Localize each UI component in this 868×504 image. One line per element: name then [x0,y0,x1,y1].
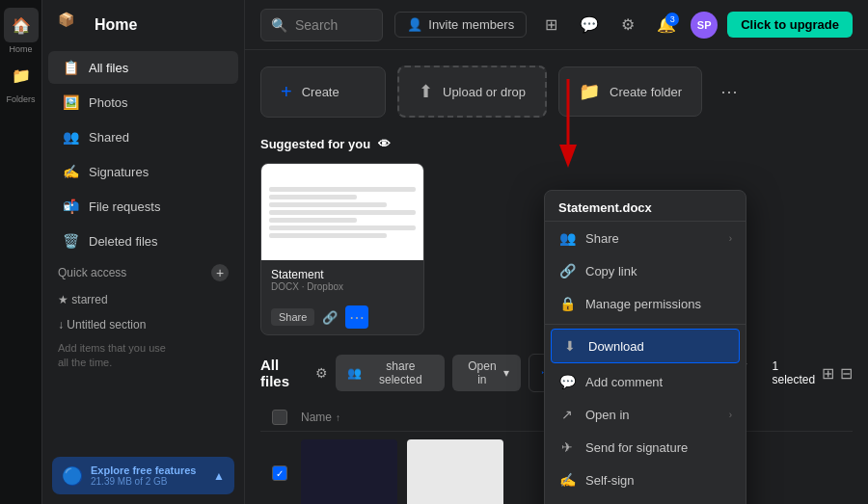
create-card[interactable]: + Create [260,66,386,118]
chat-icon[interactable]: 💬 [575,11,604,40]
suggested-label: Suggested for you [260,137,370,151]
sidebar-item-home[interactable]: 🏠 [4,8,39,42]
notifications-icon[interactable]: 🔔 3 [652,11,681,40]
starred-section[interactable]: ★ starred [42,287,244,312]
search-input[interactable] [295,17,372,33]
create-icon: + [281,81,292,103]
sidebar-item-photos[interactable]: 🖼️ Photos [48,86,238,119]
starred-label: ★ starred [58,293,108,306]
file-thumbnail-dark [301,439,397,504]
shared-label: Shared [89,130,129,145]
apps-icon[interactable]: ⊞ [536,11,565,40]
preview-line [269,233,387,238]
explore-title: Explore free features [91,464,196,476]
all-files-label: All files [89,61,128,75]
invite-icon: 👤 [407,17,422,32]
create-folder-card[interactable]: 📁 Create folder [558,66,702,117]
folders-icon: 📁 [12,66,31,85]
untitled-section[interactable]: ↓ Untitled section [42,312,244,337]
context-menu: Statement.docx 👥 Share › 🔗 Copy link 🔒 M… [544,190,746,504]
open-in-chevron: › [729,410,732,420]
share-label-sm: Share [279,311,307,323]
more-actions-icon[interactable]: ⋯ [714,76,745,107]
send-signature-icon: ✈ [558,438,576,456]
file-card[interactable]: Statement DOCX · Dropbox Share 🔗 ⋯ [260,163,424,335]
sidebar-home-title: Home [95,16,137,34]
gear-icon[interactable]: ⚙ [315,365,328,381]
row-check-box: ✓ [272,465,287,481]
menu-item-share[interactable]: 👥 Share › [545,222,746,254]
chevron-right-icon: › [729,233,732,244]
chevron-down-icon: ▾ [503,366,509,380]
photos-icon: 🖼️ [62,93,79,111]
add-items-hint: Add items that you useall the time. [42,337,244,375]
menu-divider-1 [545,324,746,325]
quick-access-header[interactable]: Quick access + [42,258,244,287]
file-requests-label: File requests [89,199,160,214]
file-card-wrap: Statement DOCX · Dropbox Share 🔗 ⋯ [260,163,424,335]
menu-item-send-signature[interactable]: ✈ Send for signature [545,431,746,464]
share-button-sm[interactable]: Share [271,308,314,326]
notification-badge: 3 [665,13,679,26]
send-signature-menu-label: Send for signature [585,440,688,455]
share-menu-label: Share [585,231,619,246]
share-menu-icon: 👥 [558,229,576,247]
open-in-icon: ↗ [558,406,576,423]
avatar-initials: SP [697,19,712,31]
manage-permissions-label: Manage permissions [585,297,701,311]
add-quick-access-button[interactable]: + [211,264,229,281]
topbar-right: 👤 Invite members ⊞ 💬 ⚙ 🔔 3 SP Click to u… [394,11,853,40]
three-dots-button[interactable]: ⋯ [345,305,368,329]
self-sign-icon: ✍ [558,471,576,489]
link-icon-button[interactable]: 🔗 [318,305,341,329]
suggested-header: Suggested for you 👁 [260,137,853,151]
share-selected-button[interactable]: 👥 share selected [336,355,445,391]
home-icon: 🏠 [12,16,31,35]
shared-icon: 👥 [62,128,79,146]
preview-line [269,225,416,230]
settings-icon[interactable]: ⚙ [613,11,642,40]
menu-item-self-sign[interactable]: ✍ Self-sign [545,464,746,496]
content-area: + Create ⬆ Upload or drop 📁 Create folde… [245,50,868,504]
preview-line [269,187,416,192]
sidebar-bottom: 🔵 Explore free features 21.39 MB of 2 GB… [42,447,244,504]
explore-features-box[interactable]: 🔵 Explore free features 21.39 MB of 2 GB… [52,457,234,494]
deleted-files-label: Deleted files [89,234,158,249]
preview-line [269,210,416,215]
sort-icon: ↑ [336,412,340,423]
download-icon: ⬇ [561,337,579,355]
list-view-icon[interactable]: ⊟ [840,364,853,383]
sidebar-item-folders[interactable]: 📁 [4,58,39,93]
open-in-button[interactable]: Open in ▾ [452,355,521,391]
signatures-label: Signatures [89,165,149,179]
upload-card[interactable]: ⬆ Upload or drop [397,66,547,118]
copy-link-icon: 🔗 [558,262,576,279]
avatar[interactable]: SP [691,12,718,39]
header-checkbox[interactable] [272,410,301,425]
eye-icon[interactable]: 👁 [378,137,391,151]
menu-item-copy-link[interactable]: 🔗 Copy link [545,254,746,287]
menu-item-save-as[interactable]: 💾 Save as... › [545,496,746,504]
create-folder-icon: 📁 [579,81,600,102]
search-box[interactable]: 🔍 [260,9,383,41]
menu-item-download[interactable]: ⬇ Download [551,329,740,363]
upgrade-label: Click to upgrade [741,17,839,32]
sidebar-item-signatures[interactable]: ✍️ Signatures [48,155,238,188]
sidebar-item-all-files[interactable]: 📋 All files [48,51,238,84]
explore-subtitle: 21.39 MB of 2 GB [91,476,196,487]
menu-item-manage-permissions[interactable]: 🔒 Manage permissions [545,287,746,320]
invite-members-button[interactable]: 👤 Invite members [394,12,527,38]
sidebar-item-deleted-files[interactable]: 🗑️ Deleted files [48,225,238,257]
upload-label: Upload or drop [443,85,526,99]
header-check [272,410,287,425]
upgrade-cta-button[interactable]: Click to upgrade [727,12,853,38]
sidebar-item-shared[interactable]: 👥 Shared [48,120,238,153]
menu-item-open-in[interactable]: ↗ Open in › [545,398,746,431]
preview-line [269,195,357,199]
grid-view-icon[interactable]: ⊞ [822,364,834,383]
quick-access-label: Quick access [58,266,126,279]
menu-item-add-comment[interactable]: 💬 Add comment [545,365,746,398]
sidebar-item-file-requests[interactable]: 📬 File requests [48,190,238,223]
file-thumbnail-gray [407,439,503,504]
row-checkbox[interactable]: ✓ [272,465,301,481]
